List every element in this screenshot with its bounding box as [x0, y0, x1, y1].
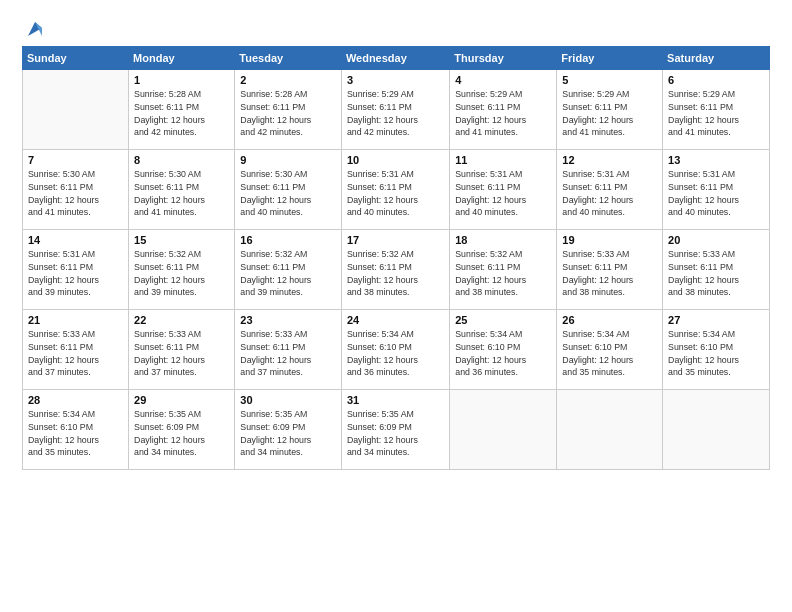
- day-number: 26: [562, 314, 657, 326]
- day-info: Sunrise: 5:33 AM Sunset: 6:11 PM Dayligh…: [134, 328, 229, 379]
- table-row: 13Sunrise: 5:31 AM Sunset: 6:11 PM Dayli…: [663, 150, 770, 230]
- day-number: 25: [455, 314, 551, 326]
- table-row: 7Sunrise: 5:30 AM Sunset: 6:11 PM Daylig…: [23, 150, 129, 230]
- day-number: 13: [668, 154, 764, 166]
- day-number: 22: [134, 314, 229, 326]
- logo-icon: [24, 18, 46, 40]
- day-info: Sunrise: 5:28 AM Sunset: 6:11 PM Dayligh…: [240, 88, 336, 139]
- day-number: 18: [455, 234, 551, 246]
- day-info: Sunrise: 5:28 AM Sunset: 6:11 PM Dayligh…: [134, 88, 229, 139]
- table-row: 1Sunrise: 5:28 AM Sunset: 6:11 PM Daylig…: [129, 70, 235, 150]
- day-info: Sunrise: 5:32 AM Sunset: 6:11 PM Dayligh…: [347, 248, 444, 299]
- day-number: 20: [668, 234, 764, 246]
- table-row: 9Sunrise: 5:30 AM Sunset: 6:11 PM Daylig…: [235, 150, 342, 230]
- table-row: 24Sunrise: 5:34 AM Sunset: 6:10 PM Dayli…: [341, 310, 449, 390]
- day-number: 7: [28, 154, 123, 166]
- day-number: 30: [240, 394, 336, 406]
- day-info: Sunrise: 5:30 AM Sunset: 6:11 PM Dayligh…: [240, 168, 336, 219]
- table-row: [663, 390, 770, 470]
- day-info: Sunrise: 5:33 AM Sunset: 6:11 PM Dayligh…: [562, 248, 657, 299]
- header-monday: Monday: [129, 47, 235, 70]
- day-number: 21: [28, 314, 123, 326]
- table-row: [557, 390, 663, 470]
- table-row: 25Sunrise: 5:34 AM Sunset: 6:10 PM Dayli…: [450, 310, 557, 390]
- header-friday: Friday: [557, 47, 663, 70]
- table-row: 11Sunrise: 5:31 AM Sunset: 6:11 PM Dayli…: [450, 150, 557, 230]
- day-number: 17: [347, 234, 444, 246]
- table-row: 23Sunrise: 5:33 AM Sunset: 6:11 PM Dayli…: [235, 310, 342, 390]
- day-info: Sunrise: 5:34 AM Sunset: 6:10 PM Dayligh…: [668, 328, 764, 379]
- day-info: Sunrise: 5:34 AM Sunset: 6:10 PM Dayligh…: [28, 408, 123, 459]
- day-number: 28: [28, 394, 123, 406]
- day-info: Sunrise: 5:29 AM Sunset: 6:11 PM Dayligh…: [668, 88, 764, 139]
- day-info: Sunrise: 5:31 AM Sunset: 6:11 PM Dayligh…: [455, 168, 551, 219]
- day-info: Sunrise: 5:31 AM Sunset: 6:11 PM Dayligh…: [562, 168, 657, 219]
- day-info: Sunrise: 5:35 AM Sunset: 6:09 PM Dayligh…: [240, 408, 336, 459]
- table-row: 21Sunrise: 5:33 AM Sunset: 6:11 PM Dayli…: [23, 310, 129, 390]
- day-info: Sunrise: 5:34 AM Sunset: 6:10 PM Dayligh…: [562, 328, 657, 379]
- header-tuesday: Tuesday: [235, 47, 342, 70]
- table-row: 15Sunrise: 5:32 AM Sunset: 6:11 PM Dayli…: [129, 230, 235, 310]
- table-row: 10Sunrise: 5:31 AM Sunset: 6:11 PM Dayli…: [341, 150, 449, 230]
- day-info: Sunrise: 5:33 AM Sunset: 6:11 PM Dayligh…: [240, 328, 336, 379]
- day-info: Sunrise: 5:29 AM Sunset: 6:11 PM Dayligh…: [347, 88, 444, 139]
- day-info: Sunrise: 5:32 AM Sunset: 6:11 PM Dayligh…: [134, 248, 229, 299]
- day-number: 8: [134, 154, 229, 166]
- day-number: 9: [240, 154, 336, 166]
- day-number: 16: [240, 234, 336, 246]
- day-info: Sunrise: 5:32 AM Sunset: 6:11 PM Dayligh…: [455, 248, 551, 299]
- day-number: 4: [455, 74, 551, 86]
- day-number: 14: [28, 234, 123, 246]
- table-row: 17Sunrise: 5:32 AM Sunset: 6:11 PM Dayli…: [341, 230, 449, 310]
- day-number: 27: [668, 314, 764, 326]
- table-row: 28Sunrise: 5:34 AM Sunset: 6:10 PM Dayli…: [23, 390, 129, 470]
- header-wednesday: Wednesday: [341, 47, 449, 70]
- calendar-week-row: 14Sunrise: 5:31 AM Sunset: 6:11 PM Dayli…: [23, 230, 770, 310]
- table-row: 30Sunrise: 5:35 AM Sunset: 6:09 PM Dayli…: [235, 390, 342, 470]
- day-info: Sunrise: 5:32 AM Sunset: 6:11 PM Dayligh…: [240, 248, 336, 299]
- day-number: 31: [347, 394, 444, 406]
- table-row: 19Sunrise: 5:33 AM Sunset: 6:11 PM Dayli…: [557, 230, 663, 310]
- day-info: Sunrise: 5:31 AM Sunset: 6:11 PM Dayligh…: [668, 168, 764, 219]
- table-row: 22Sunrise: 5:33 AM Sunset: 6:11 PM Dayli…: [129, 310, 235, 390]
- table-row: 18Sunrise: 5:32 AM Sunset: 6:11 PM Dayli…: [450, 230, 557, 310]
- table-row: 6Sunrise: 5:29 AM Sunset: 6:11 PM Daylig…: [663, 70, 770, 150]
- day-info: Sunrise: 5:34 AM Sunset: 6:10 PM Dayligh…: [347, 328, 444, 379]
- day-number: 10: [347, 154, 444, 166]
- logo: [22, 18, 46, 40]
- day-info: Sunrise: 5:35 AM Sunset: 6:09 PM Dayligh…: [347, 408, 444, 459]
- table-row: 2Sunrise: 5:28 AM Sunset: 6:11 PM Daylig…: [235, 70, 342, 150]
- table-row: 3Sunrise: 5:29 AM Sunset: 6:11 PM Daylig…: [341, 70, 449, 150]
- header-saturday: Saturday: [663, 47, 770, 70]
- table-row: 31Sunrise: 5:35 AM Sunset: 6:09 PM Dayli…: [341, 390, 449, 470]
- day-info: Sunrise: 5:34 AM Sunset: 6:10 PM Dayligh…: [455, 328, 551, 379]
- header-thursday: Thursday: [450, 47, 557, 70]
- day-number: 15: [134, 234, 229, 246]
- day-number: 3: [347, 74, 444, 86]
- header-sunday: Sunday: [23, 47, 129, 70]
- calendar-week-row: 28Sunrise: 5:34 AM Sunset: 6:10 PM Dayli…: [23, 390, 770, 470]
- day-number: 1: [134, 74, 229, 86]
- day-info: Sunrise: 5:33 AM Sunset: 6:11 PM Dayligh…: [28, 328, 123, 379]
- calendar-week-row: 1Sunrise: 5:28 AM Sunset: 6:11 PM Daylig…: [23, 70, 770, 150]
- calendar-week-row: 7Sunrise: 5:30 AM Sunset: 6:11 PM Daylig…: [23, 150, 770, 230]
- table-row: 8Sunrise: 5:30 AM Sunset: 6:11 PM Daylig…: [129, 150, 235, 230]
- day-number: 5: [562, 74, 657, 86]
- day-info: Sunrise: 5:35 AM Sunset: 6:09 PM Dayligh…: [134, 408, 229, 459]
- table-row: 20Sunrise: 5:33 AM Sunset: 6:11 PM Dayli…: [663, 230, 770, 310]
- day-info: Sunrise: 5:30 AM Sunset: 6:11 PM Dayligh…: [28, 168, 123, 219]
- day-number: 29: [134, 394, 229, 406]
- table-row: [23, 70, 129, 150]
- day-number: 19: [562, 234, 657, 246]
- table-row: 27Sunrise: 5:34 AM Sunset: 6:10 PM Dayli…: [663, 310, 770, 390]
- day-number: 11: [455, 154, 551, 166]
- day-number: 23: [240, 314, 336, 326]
- table-row: 26Sunrise: 5:34 AM Sunset: 6:10 PM Dayli…: [557, 310, 663, 390]
- page-header: [22, 18, 770, 40]
- day-info: Sunrise: 5:31 AM Sunset: 6:11 PM Dayligh…: [28, 248, 123, 299]
- table-row: 5Sunrise: 5:29 AM Sunset: 6:11 PM Daylig…: [557, 70, 663, 150]
- weekday-header-row: Sunday Monday Tuesday Wednesday Thursday…: [23, 47, 770, 70]
- day-number: 12: [562, 154, 657, 166]
- day-info: Sunrise: 5:29 AM Sunset: 6:11 PM Dayligh…: [562, 88, 657, 139]
- day-info: Sunrise: 5:30 AM Sunset: 6:11 PM Dayligh…: [134, 168, 229, 219]
